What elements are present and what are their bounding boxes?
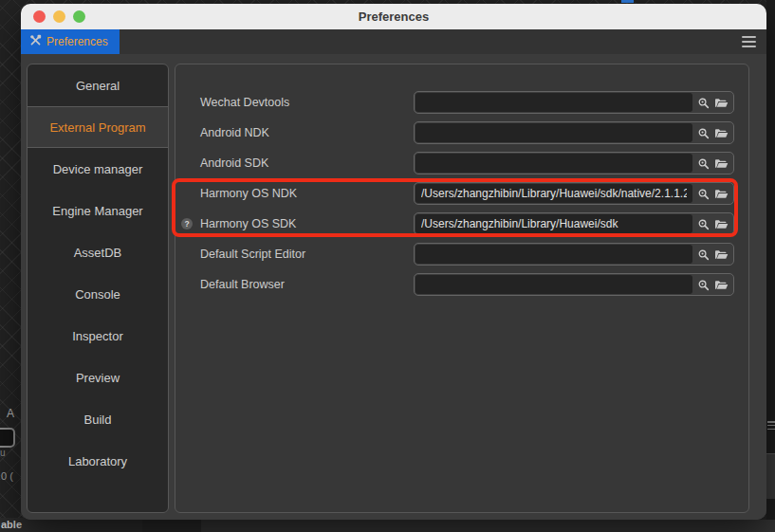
zoom-icon[interactable]	[697, 279, 710, 291]
folder-open-icon[interactable]	[714, 279, 729, 291]
settings-row-android-ndk: Android NDK	[175, 121, 748, 144]
sidebar: GeneralExternal ProgramDevice managerEng…	[27, 64, 169, 513]
zoom-icon[interactable]	[697, 157, 710, 170]
sidebar-item-inspector[interactable]: Inspector	[28, 315, 168, 357]
background-fragment-text: u	[0, 448, 6, 458]
zoom-icon[interactable]	[697, 218, 710, 230]
row-label: Wechat Devtools	[200, 96, 414, 109]
harmony-os-sdk-input[interactable]	[415, 214, 692, 233]
harmony-os-ndk-input[interactable]	[415, 184, 692, 203]
row-label: Android NDK	[200, 126, 414, 139]
zoom-button[interactable]	[73, 10, 85, 23]
settings-row-default-script-editor: Default Script Editor	[175, 243, 748, 266]
zoom-icon[interactable]	[697, 188, 710, 200]
background-fragment-text: 0 (	[1, 470, 13, 482]
row-label: Default Script Editor	[200, 248, 414, 261]
settings-row-android-sdk: Android SDK	[175, 152, 748, 174]
background-right-strip	[766, 0, 775, 532]
android-sdk-input[interactable]	[415, 154, 692, 173]
zoom-icon[interactable]	[697, 127, 710, 139]
path-field-android-sdk	[414, 152, 734, 174]
background-menu-icon	[767, 421, 775, 430]
sidebar-item-build[interactable]: Build	[28, 398, 168, 440]
default-script-editor-input[interactable]	[415, 245, 692, 264]
background-fragment-text: able	[1, 519, 22, 530]
background-fragment-text: A	[7, 407, 14, 420]
path-field-default-browser	[414, 273, 734, 296]
window-body: GeneralExternal ProgramDevice managerEng…	[21, 54, 766, 520]
path-field-harmony-os-ndk	[414, 182, 734, 205]
sidebar-item-console[interactable]: Console	[28, 273, 168, 315]
sidebar-item-assetdb[interactable]: AssetDB	[28, 231, 168, 273]
zoom-icon[interactable]	[697, 97, 710, 109]
tab-bar: Preferences	[21, 29, 766, 54]
sidebar-item-general[interactable]: General	[28, 64, 168, 106]
settings-panel: Wechat DevtoolsAndroid NDKAndroid SDKHar…	[175, 64, 749, 513]
background-fragment-blue	[621, 0, 634, 3]
background-fragment-panel	[766, 453, 775, 499]
help-icon[interactable]: ?	[181, 218, 193, 229]
background-bottom-bar: able	[0, 520, 775, 532]
sidebar-item-preview[interactable]: Preview	[28, 357, 168, 398]
folder-open-icon[interactable]	[714, 97, 729, 109]
path-field-harmony-os-sdk	[414, 212, 734, 235]
preferences-window: Preferences Preferences GeneralExternal …	[21, 4, 766, 520]
traffic-lights	[33, 4, 85, 29]
row-label: Harmony OS SDK	[200, 217, 414, 230]
sidebar-item-device-manager[interactable]: Device manager	[28, 148, 168, 190]
default-browser-input[interactable]	[415, 275, 692, 294]
sidebar-item-external-program[interactable]: External Program	[28, 106, 168, 148]
sidebar-item-engine-manager[interactable]: Engine Manager	[28, 190, 168, 231]
row-label: Harmony OS NDK	[200, 187, 414, 200]
folder-open-icon[interactable]	[714, 188, 729, 200]
path-field-default-script-editor	[414, 243, 734, 266]
minimize-button[interactable]	[53, 10, 65, 23]
row-label: Android SDK	[200, 156, 414, 170]
tab-preferences[interactable]: Preferences	[21, 29, 120, 54]
row-label: Default Browser	[200, 278, 414, 291]
settings-row-wechat-devtools: Wechat Devtools	[175, 91, 748, 114]
window-title: Preferences	[359, 9, 429, 24]
close-button[interactable]	[33, 10, 46, 23]
folder-open-icon[interactable]	[714, 218, 729, 230]
background-fragment-field	[0, 428, 15, 448]
path-field-android-ndk	[414, 121, 734, 144]
wechat-devtools-input[interactable]	[415, 93, 692, 112]
settings-row-harmony-os-ndk: Harmony OS NDK	[175, 182, 748, 205]
settings-row-harmony-os-sdk: ?Harmony OS SDK	[175, 212, 748, 235]
sidebar-item-laboratory[interactable]: Laboratory	[28, 440, 168, 482]
path-field-wechat-devtools	[414, 91, 734, 114]
folder-open-icon[interactable]	[714, 127, 729, 139]
tab-label: Preferences	[46, 35, 108, 48]
zoom-icon[interactable]	[697, 248, 710, 261]
window-titlebar[interactable]: Preferences	[21, 4, 766, 29]
folder-open-icon[interactable]	[714, 248, 729, 261]
folder-open-icon[interactable]	[714, 157, 729, 170]
settings-row-default-browser: Default Browser	[175, 273, 748, 296]
hamburger-menu-icon[interactable]	[742, 36, 756, 47]
android-ndk-input[interactable]	[415, 123, 692, 142]
tools-icon	[29, 34, 42, 49]
